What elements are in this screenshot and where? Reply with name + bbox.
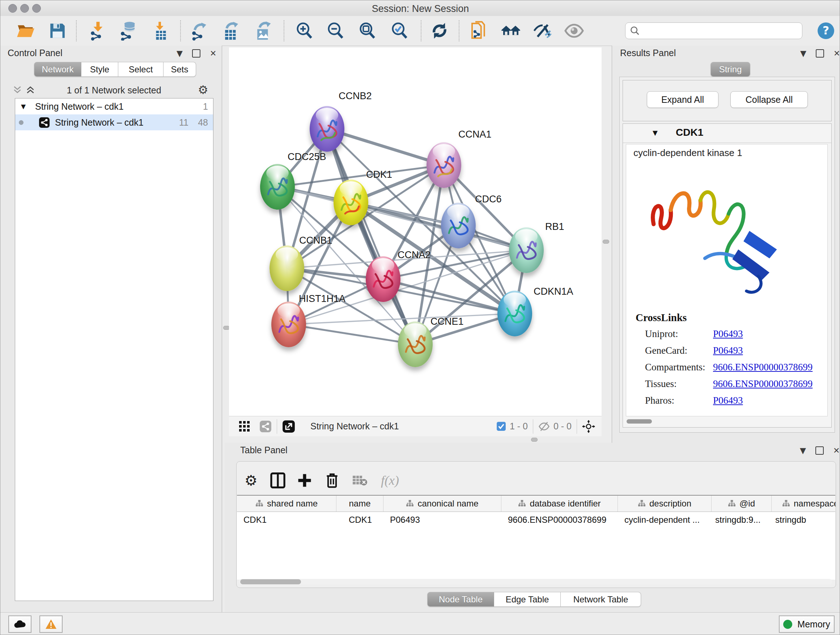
right-splitter-handle[interactable]: [603, 240, 609, 244]
network-node-CDC25B[interactable]: [260, 164, 295, 210]
open-session-button[interactable]: [15, 20, 36, 41]
table-hscrollbar-thumb[interactable]: [240, 579, 301, 584]
gene-collapse-icon[interactable]: ▼: [653, 129, 658, 136]
show-all-button[interactable]: [564, 20, 584, 41]
warnings-button[interactable]: [39, 616, 63, 633]
export-image-button[interactable]: [253, 20, 273, 41]
import-table-button[interactable]: [150, 20, 172, 41]
zoom-out-icon: [326, 21, 345, 40]
open-in-window-icon[interactable]: [282, 420, 295, 433]
export-table-button[interactable]: [220, 20, 241, 41]
tab-edge-table[interactable]: Edge Table: [494, 592, 561, 607]
table-options-button[interactable]: ⚙: [241, 470, 261, 491]
panel-menu-icon[interactable]: ▼: [177, 50, 183, 57]
expand-all-button[interactable]: Expand All: [647, 91, 718, 108]
import-network-file-button[interactable]: [88, 20, 109, 41]
network-node-CDC6[interactable]: [441, 203, 476, 249]
tab-string[interactable]: String: [711, 62, 750, 77]
search-box[interactable]: [625, 22, 802, 39]
column-header-id[interactable]: @id: [712, 496, 772, 511]
tab-sets[interactable]: Sets: [164, 62, 196, 77]
panel-menu-icon[interactable]: ▼: [800, 50, 806, 57]
network-edge-count: 48: [198, 117, 208, 128]
tab-select[interactable]: Select: [118, 62, 164, 77]
column-header-name[interactable]: name: [336, 496, 384, 511]
crosslink-link[interactable]: P06493: [713, 328, 743, 340]
network-node-CDK1[interactable]: [333, 180, 368, 225]
tab-style[interactable]: Style: [81, 62, 118, 77]
column-header-namespace[interactable]: namespace: [772, 496, 836, 511]
new-network-from-selection-button[interactable]: [468, 20, 489, 41]
tab-network-table[interactable]: Network Table: [561, 592, 641, 607]
panel-float-icon[interactable]: [192, 49, 201, 57]
network-row-selected[interactable]: String Network – cdk1 11 48: [15, 114, 213, 130]
network-node-CCNA2[interactable]: [366, 256, 401, 302]
panel-close-icon[interactable]: ✕: [210, 50, 216, 57]
network-options-gear-icon[interactable]: ⚙: [198, 83, 208, 97]
panel-float-icon[interactable]: [816, 49, 824, 57]
zoom-out-button[interactable]: [325, 20, 346, 41]
import-network-database-button[interactable]: [118, 20, 139, 41]
column-header-shared-name[interactable]: shared name: [237, 496, 336, 511]
houses-icon: [501, 21, 521, 41]
crosslink-row: Uniprot: P06493: [645, 328, 743, 340]
bottom-splitter-handle[interactable]: [531, 438, 538, 442]
add-column-button[interactable]: [294, 470, 315, 491]
crosslink-link[interactable]: P06493: [713, 395, 743, 406]
zoom-fit-button[interactable]: [357, 20, 378, 41]
delete-column-button[interactable]: [322, 470, 342, 491]
gene-symbol: CDK1: [676, 127, 703, 138]
save-session-button[interactable]: [47, 20, 68, 41]
panel-close-icon[interactable]: ✕: [833, 447, 840, 455]
string-view-icon[interactable]: [259, 420, 272, 432]
toolbar-separator: [76, 20, 77, 41]
memory-status-button[interactable]: Memory: [779, 616, 835, 633]
panel-float-icon[interactable]: [815, 447, 824, 455]
network-node-RB1[interactable]: [509, 227, 544, 273]
selected-checkbox-icon[interactable]: [496, 421, 506, 431]
crosslink-link[interactable]: P06493: [713, 345, 743, 356]
network-node-CCNE1[interactable]: [398, 321, 433, 367]
zoom-selected-button[interactable]: [389, 20, 410, 41]
panel-close-icon[interactable]: ✕: [834, 50, 840, 57]
zoom-in-button[interactable]: [294, 20, 315, 41]
export-network-button[interactable]: [189, 20, 210, 41]
function-builder-button[interactable]: f(x): [380, 470, 400, 491]
collapse-all-icon[interactable]: [13, 85, 22, 95]
birdseye-grid-icon[interactable]: [239, 421, 250, 432]
search-input[interactable]: [640, 25, 793, 36]
collapse-all-button[interactable]: Collapse All: [730, 91, 808, 108]
fit-selected-crosshair-icon[interactable]: [582, 420, 595, 433]
delete-table-button[interactable]: [349, 470, 370, 491]
memory-label: Memory: [797, 619, 830, 630]
column-header-description[interactable]: description: [618, 496, 712, 511]
network-node-CDKN1A[interactable]: [497, 291, 532, 336]
first-neighbors-button[interactable]: [500, 20, 521, 41]
network-collection-row[interactable]: ▼ String Network – cdk1 1: [15, 98, 213, 114]
column-header-database-identifier[interactable]: database identifier: [501, 496, 618, 511]
toolbar-separator: [180, 20, 181, 41]
help-button[interactable]: ?: [815, 20, 836, 41]
hide-selection-button[interactable]: [532, 20, 553, 41]
network-node-CCNB1[interactable]: [270, 245, 304, 291]
network-node-CCNB2[interactable]: [309, 106, 344, 152]
network-canvas[interactable]: CCNB2CCNA1CDC25BCDK1CDC6RB1CCNB1CCNA2CDK…: [229, 48, 602, 416]
crosslink-link[interactable]: 9606.ENSP00000378699: [713, 362, 813, 373]
table-hscrollbar[interactable]: [239, 579, 832, 585]
refresh-view-button[interactable]: [429, 20, 450, 41]
show-columns-button[interactable]: [268, 470, 288, 491]
cloud-status-button[interactable]: [8, 616, 32, 633]
table-row[interactable]: CDK1 CDK1 P06493 9606.ENSP00000378699 cy…: [237, 512, 835, 528]
tab-network[interactable]: Network: [34, 62, 81, 77]
toolbar-separator: [284, 20, 284, 41]
results-scrollbar-thumb[interactable]: [627, 419, 652, 424]
tab-node-table[interactable]: Node Table: [427, 592, 494, 607]
network-node-CCNA1[interactable]: [426, 142, 461, 188]
crosslink-link[interactable]: 9606.ENSP00000378699: [713, 378, 813, 390]
network-node-HIST1H1A[interactable]: [271, 302, 306, 347]
expand-all-icon[interactable]: [26, 85, 35, 95]
column-header-canonical-name[interactable]: canonical name: [384, 496, 501, 511]
panel-menu-icon[interactable]: ▼: [800, 447, 806, 455]
crosslink-row: Compartments: 9606.ENSP00000378699: [645, 362, 813, 373]
collection-expand-icon[interactable]: ▼: [21, 103, 26, 110]
